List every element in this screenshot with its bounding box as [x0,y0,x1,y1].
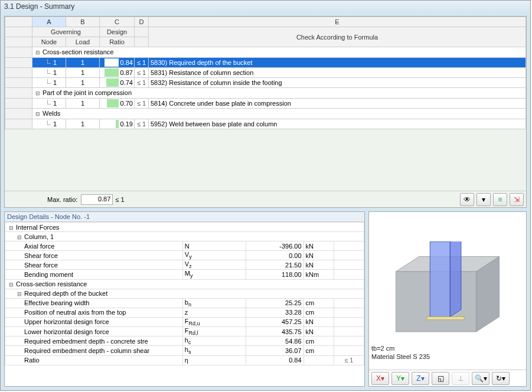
group-row[interactable]: Welds [32,109,526,119]
details-symbol: bn [182,298,246,308]
details-value: 0.00 [246,251,303,260]
svg-marker-6 [427,317,464,320]
cell-ratio[interactable]: 0.87 [100,68,135,78]
group-row[interactable]: Part of the joint in compression [32,88,526,99]
axis-y-icon[interactable]: Y▾ [391,372,409,385]
row-header[interactable] [5,47,32,58]
design-details-panel: Design Details - Node No. -1 Internal Fo… [4,211,365,387]
details-unit: cm [303,337,334,346]
axis-x-icon[interactable]: X▾ [371,372,389,385]
group-row[interactable]: Cross-section resistance [32,47,526,58]
list-icon[interactable]: ≡ [493,193,507,206]
details-value: 33.28 [246,308,303,317]
cell-load[interactable]: 1 [66,119,100,129]
cell-cond[interactable]: ≤ 1 [135,68,149,78]
row-header[interactable] [5,109,32,119]
details-cond [334,270,364,279]
details-unit: kN [303,251,334,260]
row-header[interactable] [5,119,32,129]
col-A[interactable]: A [32,17,66,27]
summary-grid[interactable]: A B C D E Governing Design Check Accordi… [5,17,526,129]
details-label: Axial force [5,241,183,251]
cell-node[interactable]: 1 [32,58,66,68]
cell-ratio[interactable]: 0.19 [100,119,135,129]
details-symbol: N [182,241,246,251]
details-grid[interactable]: Internal ForcesColumn, 1Axial force N -3… [5,222,364,365]
hdr-design: Design [100,27,135,37]
details-symbol: My [182,270,246,279]
rotate-icon[interactable]: ↻▾ [492,372,510,385]
cell-cond[interactable]: ≤ 1 [135,99,149,109]
details-symbol: z [182,308,246,317]
details-unit: cm [303,298,334,308]
cell-load[interactable]: 1 [66,78,100,88]
hdr-load: Load [66,37,100,47]
details-unit [303,355,334,365]
details-value: 0.84 [246,355,303,365]
details-value: 457.25 [246,317,303,326]
cell-load[interactable]: 1 [66,68,100,78]
details-cond [334,308,364,317]
details-cond [334,260,364,270]
col-B[interactable]: B [66,17,100,27]
cell-node[interactable]: 1 [32,78,66,88]
details-symbol: hs [182,346,246,355]
details-symbol: Vz [182,260,246,270]
filter-icon[interactable]: ▾ [476,193,491,206]
details-unit: kN [303,241,334,251]
cell-ratio[interactable]: 0.70 [100,99,135,109]
perp-view-icon[interactable]: ⊥ [452,372,469,385]
cell-cond[interactable]: ≤ 1 [135,58,149,68]
col-D[interactable]: D [135,17,149,27]
col-E[interactable]: E [149,17,526,27]
details-symbol: hc [182,337,246,346]
cell-desc[interactable]: 5952) Weld between base plate and column [149,119,526,129]
row-header[interactable] [5,78,32,88]
details-label: Shear force [5,251,183,260]
details-unit: cm [303,346,334,355]
details-symbol: FRd,l [182,326,246,336]
cell-ratio[interactable]: 0.84 [100,58,135,68]
details-group[interactable]: Column, 1 [5,232,364,241]
cell-node[interactable]: 1 [32,99,66,109]
svg-marker-4 [450,241,461,317]
details-cond [334,241,364,251]
export-icon[interactable]: ⇲ [510,193,524,206]
cell-load[interactable]: 1 [66,99,100,109]
row-header[interactable] [5,68,32,78]
details-group[interactable]: Required depth of the bucket [5,289,364,298]
details-group[interactable]: Internal Forces [5,223,364,232]
details-label: Bending moment [5,270,183,279]
details-unit: kN [303,326,334,336]
cell-desc[interactable]: 5832) Resistance of column inside the fo… [149,78,526,88]
row-header[interactable] [5,99,32,109]
cell-node[interactable]: 1 [32,119,66,129]
axis-z-icon[interactable]: Z▾ [412,372,429,385]
details-value: 25.25 [246,298,303,308]
cell-desc[interactable]: 5830) Required depth of the bucket [149,58,526,68]
details-value: 36.07 [246,346,303,355]
details-label: Ratio [5,355,183,365]
iso-view-icon[interactable]: ◱ [432,372,449,385]
cell-cond[interactable]: ≤ 1 [135,119,149,129]
hdr-governing: Governing [32,27,100,37]
row-header[interactable] [5,58,32,68]
hdr-ratio: Ratio [100,37,135,47]
cell-desc[interactable]: 5831) Resistance of column section [149,68,526,78]
col-C[interactable]: C [100,17,135,27]
details-value: 118.00 [246,270,303,279]
eye-icon[interactable]: 👁 [460,193,474,206]
cell-node[interactable]: 1 [32,68,66,78]
zoom-icon[interactable]: 🔍▾ [472,372,489,385]
summary-toolbar: 👁 ▾ ≡ ⇲ [460,193,524,206]
preview-canvas[interactable]: tb=2 cm Material Steel S 235 [369,212,526,370]
details-cond [334,326,364,336]
cell-desc[interactable]: 5814) Concrete under base plate in compr… [149,99,526,109]
cell-ratio[interactable]: 0.74 [100,78,135,88]
cell-cond[interactable]: ≤ 1 [135,78,149,88]
details-value: -396.00 [246,241,303,251]
details-group[interactable]: Cross-section resistance [5,279,364,289]
cell-load[interactable]: 1 [66,58,100,68]
row-header[interactable] [5,88,32,99]
details-cond [334,346,364,355]
